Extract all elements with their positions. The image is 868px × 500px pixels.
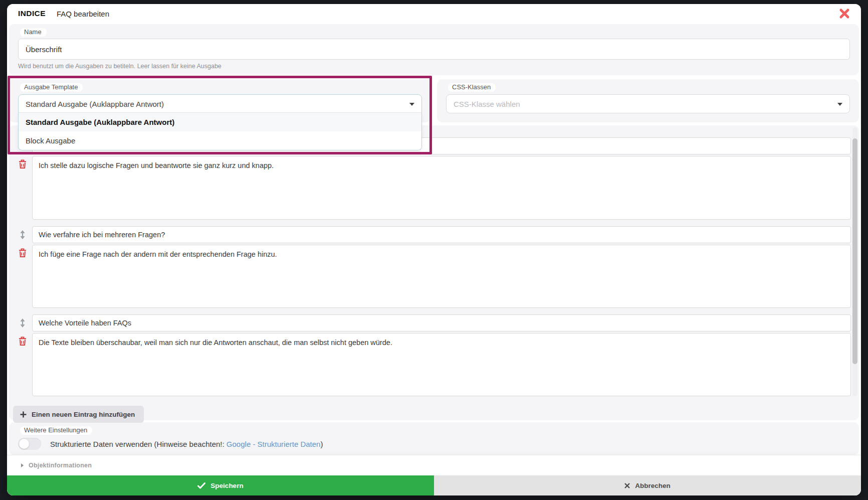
faq-entry: Ich füge eine Frage nach der andern mit …	[13, 226, 851, 308]
css-classes-select[interactable]: CSS-Klasse wählen	[446, 94, 850, 113]
entry-answer-textarea[interactable]: Ich füge eine Frage nach der andern mit …	[32, 245, 851, 308]
toggle-knob	[19, 439, 29, 449]
entries-scrollbar	[852, 127, 857, 396]
settings-section: Weitere Einstellungen Strukturierte Date…	[9, 422, 859, 455]
entry-answer-textarea[interactable]: Ich stelle dazu logische Fragen und bean…	[32, 156, 851, 220]
structured-data-link[interactable]: Google - Strukturierte Daten	[227, 440, 321, 448]
object-info-label: Objektinformationen	[29, 462, 92, 469]
name-help-text: Wird benutzt um die Ausgaben zu betiteln…	[18, 63, 850, 70]
template-section: Ausgabe Template Standard Ausgabe (Aukla…	[9, 79, 431, 122]
scrollbar-thumb[interactable]	[852, 138, 857, 364]
template-label: Ausgabe Template	[20, 83, 83, 92]
add-entry-button[interactable]: Einen neuen Eintrag hinzufügen	[13, 406, 144, 423]
name-section: Name Wird benutzt um die Ausgaben zu bet…	[9, 24, 859, 75]
css-classes-label: CSS-Klassen	[448, 83, 496, 92]
entry-question-input[interactable]	[32, 226, 851, 243]
template-css-row: Ausgabe Template Standard Ausgabe (Aukla…	[9, 79, 859, 122]
cancel-button[interactable]: Abbrechen	[434, 475, 861, 495]
x-icon	[624, 483, 630, 488]
page-backdrop: { "header": { "brand": "INDICE", "title"…	[0, 0, 868, 500]
template-option-block[interactable]: Block Ausgabe	[19, 131, 421, 150]
structured-data-toggle[interactable]	[18, 438, 41, 450]
chevron-down-icon	[409, 103, 414, 106]
plus-icon	[20, 411, 27, 418]
template-select-menu: Standard Ausgabe (Auklappbare Antwort) B…	[18, 112, 422, 150]
brand-logo: INDICE	[18, 9, 46, 18]
entry-question-input[interactable]	[32, 314, 851, 331]
structured-data-label: Strukturierte Daten verwenden (Hinweise …	[50, 440, 323, 448]
name-input[interactable]	[18, 39, 850, 60]
template-option-standard[interactable]: Standard Ausgabe (Auklappbare Antwort)	[19, 113, 421, 131]
close-icon[interactable]	[839, 8, 850, 19]
chevron-right-icon	[21, 463, 24, 467]
modal-title: FAQ bearbeiten	[57, 10, 109, 18]
check-icon	[197, 482, 205, 489]
modal-body: Name Wird benutzt um die Ausgaben zu bet…	[7, 23, 861, 455]
faq-edit-modal: INDICE FAQ bearbeiten Name Wird benutzt …	[7, 4, 861, 495]
trash-icon[interactable]	[19, 248, 27, 257]
drag-handle-icon[interactable]	[20, 318, 26, 327]
trash-icon[interactable]	[19, 337, 27, 346]
entry-answer-textarea[interactable]: Die Texte bleiben überschaubar, weil man…	[32, 333, 851, 396]
trash-icon[interactable]	[19, 159, 27, 169]
drag-handle-icon[interactable]	[20, 230, 26, 239]
template-select-value: Standard Ausgabe (Auklappbare Antwort)	[26, 100, 164, 108]
css-classes-placeholder: CSS-Klasse wählen	[454, 100, 520, 108]
chevron-down-icon	[837, 103, 842, 106]
object-info-toggle[interactable]: Objektinformationen	[7, 455, 861, 475]
css-classes-section: CSS-Klassen CSS-Klasse wählen	[437, 79, 859, 122]
template-select[interactable]: Standard Ausgabe (Auklappbare Antwort)	[18, 94, 422, 113]
modal-footer: Speichern Abbrechen	[7, 475, 861, 495]
name-label: Name	[20, 28, 47, 37]
settings-label: Weitere Einstellungen	[20, 426, 92, 435]
save-button[interactable]: Speichern	[7, 475, 434, 495]
modal-header: INDICE FAQ bearbeiten	[7, 4, 861, 23]
faq-entry: Die Texte bleiben überschaubar, weil man…	[13, 314, 851, 396]
entries-section: Ich stelle dazu logische Fragen und bean…	[9, 125, 859, 420]
add-entry-label: Einen neuen Eintrag hinzufügen	[32, 411, 135, 418]
